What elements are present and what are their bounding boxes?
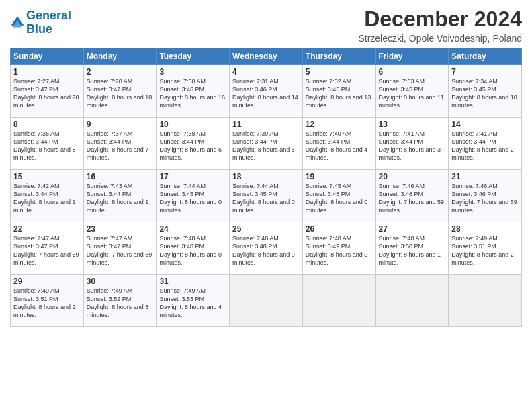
day-number: 19	[306, 172, 373, 181]
day-info: Sunrise: 7:49 AMSunset: 3:52 PMDaylight:…	[87, 287, 154, 320]
day-number: 10	[159, 120, 226, 129]
day-number: 26	[306, 224, 373, 234]
day-info: Sunrise: 7:49 AMSunset: 3:51 PMDaylight:…	[451, 234, 519, 267]
day-info: Sunrise: 7:46 AMSunset: 3:46 PMDaylight:…	[451, 182, 519, 215]
day-number: 4	[232, 67, 300, 77]
day-info: Sunrise: 7:48 AMSunset: 3:48 PMDaylight:…	[159, 234, 226, 267]
day-cell	[375, 275, 449, 327]
day-number: 28	[451, 224, 519, 234]
day-cell: 29Sunrise: 7:49 AMSunset: 3:51 PMDayligh…	[11, 275, 84, 327]
day-info: Sunrise: 7:28 AMSunset: 3:47 PMDaylight:…	[87, 77, 154, 110]
day-info: Sunrise: 7:45 AMSunset: 3:45 PMDaylight:…	[306, 182, 373, 215]
day-cell: 1Sunrise: 7:27 AMSunset: 3:47 PMDaylight…	[11, 65, 84, 118]
week-row-2: 8Sunrise: 7:36 AMSunset: 3:44 PMDaylight…	[11, 118, 522, 170]
day-info: Sunrise: 7:40 AMSunset: 3:44 PMDaylight:…	[306, 130, 373, 163]
day-number: 30	[87, 277, 154, 286]
logo-icon	[10, 15, 25, 30]
day-cell: 14Sunrise: 7:41 AMSunset: 3:44 PMDayligh…	[449, 118, 522, 170]
day-cell: 19Sunrise: 7:45 AMSunset: 3:45 PMDayligh…	[302, 170, 375, 222]
day-info: Sunrise: 7:41 AMSunset: 3:44 PMDaylight:…	[379, 130, 446, 163]
day-cell: 26Sunrise: 7:48 AMSunset: 3:49 PMDayligh…	[302, 222, 375, 275]
month-title: December 2024	[358, 7, 522, 32]
day-cell: 18Sunrise: 7:44 AMSunset: 3:45 PMDayligh…	[230, 170, 303, 222]
day-cell: 22Sunrise: 7:47 AMSunset: 3:47 PMDayligh…	[11, 222, 84, 275]
day-cell: 15Sunrise: 7:42 AMSunset: 3:44 PMDayligh…	[11, 170, 84, 222]
day-info: Sunrise: 7:30 AMSunset: 3:46 PMDaylight:…	[159, 77, 226, 110]
day-number: 17	[159, 172, 226, 181]
day-cell: 3Sunrise: 7:30 AMSunset: 3:46 PMDaylight…	[157, 65, 230, 118]
day-info: Sunrise: 7:31 AMSunset: 3:46 PMDaylight:…	[232, 77, 300, 110]
day-cell	[302, 275, 375, 327]
page-container: GeneralBlue December 2024 Strzeleczki, O…	[0, 0, 532, 330]
col-header-thursday: Thursday	[302, 48, 375, 65]
col-header-sunday: Sunday	[11, 48, 84, 65]
day-number: 15	[13, 172, 81, 181]
day-number: 16	[87, 172, 154, 181]
day-number: 24	[159, 224, 226, 234]
day-info: Sunrise: 7:48 AMSunset: 3:48 PMDaylight:…	[232, 234, 300, 267]
day-cell: 5Sunrise: 7:32 AMSunset: 3:45 PMDaylight…	[302, 65, 375, 118]
day-cell: 10Sunrise: 7:38 AMSunset: 3:44 PMDayligh…	[157, 118, 230, 170]
day-cell: 31Sunrise: 7:49 AMSunset: 3:53 PMDayligh…	[157, 275, 230, 327]
day-number: 20	[379, 172, 446, 181]
col-header-saturday: Saturday	[449, 48, 522, 65]
day-cell: 2Sunrise: 7:28 AMSunset: 3:47 PMDaylight…	[83, 65, 157, 118]
day-cell: 11Sunrise: 7:39 AMSunset: 3:44 PMDayligh…	[230, 118, 303, 170]
day-number: 22	[13, 224, 81, 234]
col-header-monday: Monday	[83, 48, 157, 65]
day-number: 1	[13, 67, 81, 77]
day-number: 5	[306, 67, 373, 77]
day-cell: 9Sunrise: 7:37 AMSunset: 3:44 PMDaylight…	[83, 118, 157, 170]
day-cell: 7Sunrise: 7:34 AMSunset: 3:45 PMDaylight…	[449, 65, 522, 118]
logo: GeneralBlue	[10, 9, 71, 36]
day-number: 13	[379, 120, 446, 129]
day-cell: 13Sunrise: 7:41 AMSunset: 3:44 PMDayligh…	[375, 118, 449, 170]
day-cell: 25Sunrise: 7:48 AMSunset: 3:48 PMDayligh…	[230, 222, 303, 275]
day-cell: 8Sunrise: 7:36 AMSunset: 3:44 PMDaylight…	[11, 118, 84, 170]
day-number: 21	[451, 172, 519, 181]
day-number: 18	[232, 172, 300, 181]
day-number: 23	[87, 224, 154, 234]
day-info: Sunrise: 7:38 AMSunset: 3:44 PMDaylight:…	[159, 130, 226, 163]
day-cell: 21Sunrise: 7:46 AMSunset: 3:46 PMDayligh…	[449, 170, 522, 222]
day-cell: 28Sunrise: 7:49 AMSunset: 3:51 PMDayligh…	[449, 222, 522, 275]
day-info: Sunrise: 7:46 AMSunset: 3:46 PMDaylight:…	[379, 182, 446, 215]
day-cell: 30Sunrise: 7:49 AMSunset: 3:52 PMDayligh…	[83, 275, 157, 327]
day-number: 7	[451, 67, 519, 77]
day-info: Sunrise: 7:27 AMSunset: 3:47 PMDaylight:…	[13, 77, 81, 110]
day-info: Sunrise: 7:44 AMSunset: 3:45 PMDaylight:…	[159, 182, 226, 215]
day-number: 8	[13, 120, 81, 129]
day-info: Sunrise: 7:47 AMSunset: 3:47 PMDaylight:…	[13, 234, 81, 267]
day-cell: 6Sunrise: 7:33 AMSunset: 3:45 PMDaylight…	[375, 65, 449, 118]
day-info: Sunrise: 7:34 AMSunset: 3:45 PMDaylight:…	[451, 77, 519, 110]
day-info: Sunrise: 7:41 AMSunset: 3:44 PMDaylight:…	[451, 130, 519, 163]
day-number: 6	[379, 67, 446, 77]
day-cell: 23Sunrise: 7:47 AMSunset: 3:47 PMDayligh…	[83, 222, 157, 275]
day-cell	[449, 275, 522, 327]
day-info: Sunrise: 7:48 AMSunset: 3:50 PMDaylight:…	[379, 234, 446, 267]
day-info: Sunrise: 7:44 AMSunset: 3:45 PMDaylight:…	[232, 182, 300, 215]
title-section: December 2024 Strzeleczki, Opole Voivode…	[358, 7, 522, 44]
col-header-friday: Friday	[375, 48, 449, 65]
day-number: 12	[306, 120, 373, 129]
day-info: Sunrise: 7:43 AMSunset: 3:44 PMDaylight:…	[87, 182, 154, 215]
col-header-wednesday: Wednesday	[230, 48, 303, 65]
header-row: SundayMondayTuesdayWednesdayThursdayFrid…	[11, 48, 522, 65]
day-info: Sunrise: 7:33 AMSunset: 3:45 PMDaylight:…	[379, 77, 446, 110]
day-cell: 27Sunrise: 7:48 AMSunset: 3:50 PMDayligh…	[375, 222, 449, 275]
day-cell	[230, 275, 303, 327]
day-info: Sunrise: 7:39 AMSunset: 3:44 PMDaylight:…	[232, 130, 300, 163]
day-number: 2	[87, 67, 154, 77]
day-number: 14	[451, 120, 519, 129]
day-number: 27	[379, 224, 446, 234]
day-info: Sunrise: 7:49 AMSunset: 3:51 PMDaylight:…	[13, 287, 81, 320]
day-number: 11	[232, 120, 300, 129]
day-cell: 20Sunrise: 7:46 AMSunset: 3:46 PMDayligh…	[375, 170, 449, 222]
day-cell: 12Sunrise: 7:40 AMSunset: 3:44 PMDayligh…	[302, 118, 375, 170]
day-number: 3	[159, 67, 226, 77]
day-cell: 4Sunrise: 7:31 AMSunset: 3:46 PMDaylight…	[230, 65, 303, 118]
day-cell: 17Sunrise: 7:44 AMSunset: 3:45 PMDayligh…	[157, 170, 230, 222]
week-row-5: 29Sunrise: 7:49 AMSunset: 3:51 PMDayligh…	[11, 275, 522, 327]
week-row-1: 1Sunrise: 7:27 AMSunset: 3:47 PMDaylight…	[11, 65, 522, 118]
week-row-3: 15Sunrise: 7:42 AMSunset: 3:44 PMDayligh…	[11, 170, 522, 222]
